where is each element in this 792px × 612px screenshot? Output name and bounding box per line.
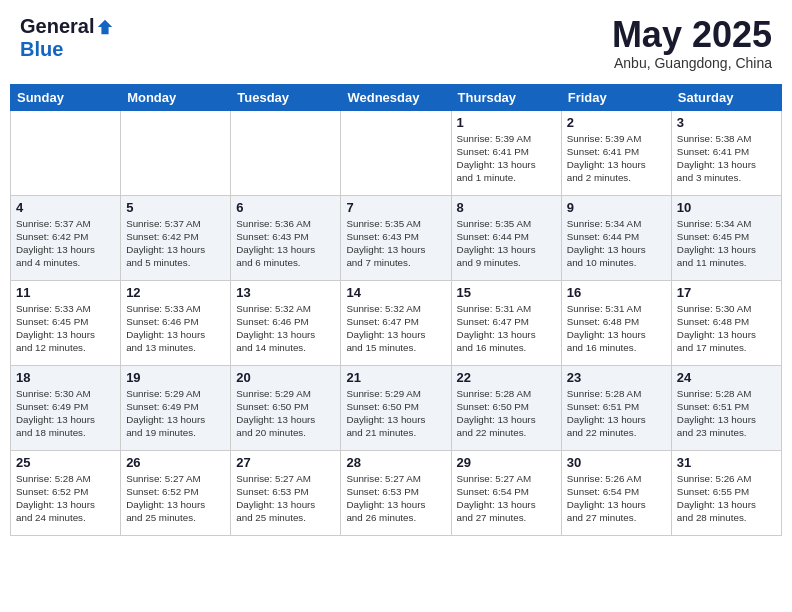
day-number: 31 <box>677 455 776 470</box>
calendar-day-cell: 27Sunrise: 5:27 AM Sunset: 6:53 PM Dayli… <box>231 450 341 535</box>
logo: General Blue <box>20 15 114 61</box>
calendar-day-cell: 25Sunrise: 5:28 AM Sunset: 6:52 PM Dayli… <box>11 450 121 535</box>
title-section: May 2025 Anbu, Guangdong, China <box>612 15 772 71</box>
day-info: Sunrise: 5:37 AM Sunset: 6:42 PM Dayligh… <box>126 217 225 270</box>
weekday-header: Tuesday <box>231 84 341 110</box>
calendar-day-cell: 14Sunrise: 5:32 AM Sunset: 6:47 PM Dayli… <box>341 280 451 365</box>
day-info: Sunrise: 5:26 AM Sunset: 6:55 PM Dayligh… <box>677 472 776 525</box>
calendar-week-row: 18Sunrise: 5:30 AM Sunset: 6:49 PM Dayli… <box>11 365 782 450</box>
logo-general-text: General <box>20 15 94 38</box>
day-number: 16 <box>567 285 666 300</box>
calendar-day-cell: 24Sunrise: 5:28 AM Sunset: 6:51 PM Dayli… <box>671 365 781 450</box>
calendar-day-cell: 30Sunrise: 5:26 AM Sunset: 6:54 PM Dayli… <box>561 450 671 535</box>
calendar-day-cell: 11Sunrise: 5:33 AM Sunset: 6:45 PM Dayli… <box>11 280 121 365</box>
day-number: 13 <box>236 285 335 300</box>
logo-blue-text: Blue <box>20 38 63 61</box>
day-info: Sunrise: 5:34 AM Sunset: 6:45 PM Dayligh… <box>677 217 776 270</box>
calendar-day-cell: 9Sunrise: 5:34 AM Sunset: 6:44 PM Daylig… <box>561 195 671 280</box>
month-title: May 2025 <box>612 15 772 55</box>
calendar-day-cell: 31Sunrise: 5:26 AM Sunset: 6:55 PM Dayli… <box>671 450 781 535</box>
weekday-header: Friday <box>561 84 671 110</box>
calendar-week-row: 4Sunrise: 5:37 AM Sunset: 6:42 PM Daylig… <box>11 195 782 280</box>
calendar-day-cell: 12Sunrise: 5:33 AM Sunset: 6:46 PM Dayli… <box>121 280 231 365</box>
day-info: Sunrise: 5:34 AM Sunset: 6:44 PM Dayligh… <box>567 217 666 270</box>
day-info: Sunrise: 5:29 AM Sunset: 6:49 PM Dayligh… <box>126 387 225 440</box>
calendar-day-cell: 19Sunrise: 5:29 AM Sunset: 6:49 PM Dayli… <box>121 365 231 450</box>
calendar-day-cell <box>121 110 231 195</box>
day-number: 18 <box>16 370 115 385</box>
calendar-day-cell: 22Sunrise: 5:28 AM Sunset: 6:50 PM Dayli… <box>451 365 561 450</box>
calendar-day-cell: 16Sunrise: 5:31 AM Sunset: 6:48 PM Dayli… <box>561 280 671 365</box>
calendar-day-cell: 29Sunrise: 5:27 AM Sunset: 6:54 PM Dayli… <box>451 450 561 535</box>
day-number: 19 <box>126 370 225 385</box>
day-info: Sunrise: 5:33 AM Sunset: 6:46 PM Dayligh… <box>126 302 225 355</box>
day-info: Sunrise: 5:39 AM Sunset: 6:41 PM Dayligh… <box>457 132 556 185</box>
day-info: Sunrise: 5:39 AM Sunset: 6:41 PM Dayligh… <box>567 132 666 185</box>
day-number: 21 <box>346 370 445 385</box>
day-number: 29 <box>457 455 556 470</box>
day-number: 26 <box>126 455 225 470</box>
day-number: 1 <box>457 115 556 130</box>
day-number: 14 <box>346 285 445 300</box>
calendar-day-cell: 15Sunrise: 5:31 AM Sunset: 6:47 PM Dayli… <box>451 280 561 365</box>
calendar-week-row: 11Sunrise: 5:33 AM Sunset: 6:45 PM Dayli… <box>11 280 782 365</box>
day-info: Sunrise: 5:28 AM Sunset: 6:51 PM Dayligh… <box>567 387 666 440</box>
calendar-week-row: 1Sunrise: 5:39 AM Sunset: 6:41 PM Daylig… <box>11 110 782 195</box>
day-info: Sunrise: 5:38 AM Sunset: 6:41 PM Dayligh… <box>677 132 776 185</box>
location: Anbu, Guangdong, China <box>612 55 772 71</box>
day-info: Sunrise: 5:31 AM Sunset: 6:48 PM Dayligh… <box>567 302 666 355</box>
day-number: 5 <box>126 200 225 215</box>
calendar-day-cell: 10Sunrise: 5:34 AM Sunset: 6:45 PM Dayli… <box>671 195 781 280</box>
calendar-day-cell: 1Sunrise: 5:39 AM Sunset: 6:41 PM Daylig… <box>451 110 561 195</box>
day-number: 23 <box>567 370 666 385</box>
page-header: General Blue May 2025 Anbu, Guangdong, C… <box>10 10 782 76</box>
calendar-header-row: SundayMondayTuesdayWednesdayThursdayFrid… <box>11 84 782 110</box>
day-number: 12 <box>126 285 225 300</box>
weekday-header: Wednesday <box>341 84 451 110</box>
day-number: 2 <box>567 115 666 130</box>
day-info: Sunrise: 5:26 AM Sunset: 6:54 PM Dayligh… <box>567 472 666 525</box>
logo-icon <box>96 18 114 36</box>
day-number: 22 <box>457 370 556 385</box>
calendar-day-cell: 6Sunrise: 5:36 AM Sunset: 6:43 PM Daylig… <box>231 195 341 280</box>
day-info: Sunrise: 5:29 AM Sunset: 6:50 PM Dayligh… <box>346 387 445 440</box>
calendar-day-cell: 23Sunrise: 5:28 AM Sunset: 6:51 PM Dayli… <box>561 365 671 450</box>
calendar-day-cell: 18Sunrise: 5:30 AM Sunset: 6:49 PM Dayli… <box>11 365 121 450</box>
day-number: 17 <box>677 285 776 300</box>
day-info: Sunrise: 5:36 AM Sunset: 6:43 PM Dayligh… <box>236 217 335 270</box>
calendar-day-cell: 17Sunrise: 5:30 AM Sunset: 6:48 PM Dayli… <box>671 280 781 365</box>
calendar-week-row: 25Sunrise: 5:28 AM Sunset: 6:52 PM Dayli… <box>11 450 782 535</box>
day-info: Sunrise: 5:27 AM Sunset: 6:53 PM Dayligh… <box>346 472 445 525</box>
day-number: 3 <box>677 115 776 130</box>
calendar-table: SundayMondayTuesdayWednesdayThursdayFrid… <box>10 84 782 536</box>
calendar-day-cell: 8Sunrise: 5:35 AM Sunset: 6:44 PM Daylig… <box>451 195 561 280</box>
weekday-header: Saturday <box>671 84 781 110</box>
weekday-header: Thursday <box>451 84 561 110</box>
day-info: Sunrise: 5:30 AM Sunset: 6:49 PM Dayligh… <box>16 387 115 440</box>
weekday-header: Monday <box>121 84 231 110</box>
day-number: 28 <box>346 455 445 470</box>
day-info: Sunrise: 5:31 AM Sunset: 6:47 PM Dayligh… <box>457 302 556 355</box>
day-info: Sunrise: 5:32 AM Sunset: 6:46 PM Dayligh… <box>236 302 335 355</box>
day-info: Sunrise: 5:28 AM Sunset: 6:50 PM Dayligh… <box>457 387 556 440</box>
calendar-day-cell: 4Sunrise: 5:37 AM Sunset: 6:42 PM Daylig… <box>11 195 121 280</box>
day-info: Sunrise: 5:27 AM Sunset: 6:53 PM Dayligh… <box>236 472 335 525</box>
day-number: 10 <box>677 200 776 215</box>
calendar-day-cell: 2Sunrise: 5:39 AM Sunset: 6:41 PM Daylig… <box>561 110 671 195</box>
calendar-day-cell <box>341 110 451 195</box>
day-info: Sunrise: 5:28 AM Sunset: 6:52 PM Dayligh… <box>16 472 115 525</box>
calendar-day-cell: 3Sunrise: 5:38 AM Sunset: 6:41 PM Daylig… <box>671 110 781 195</box>
svg-marker-0 <box>98 19 112 33</box>
day-info: Sunrise: 5:32 AM Sunset: 6:47 PM Dayligh… <box>346 302 445 355</box>
day-number: 11 <box>16 285 115 300</box>
day-info: Sunrise: 5:35 AM Sunset: 6:43 PM Dayligh… <box>346 217 445 270</box>
day-info: Sunrise: 5:29 AM Sunset: 6:50 PM Dayligh… <box>236 387 335 440</box>
day-number: 7 <box>346 200 445 215</box>
day-number: 9 <box>567 200 666 215</box>
day-number: 15 <box>457 285 556 300</box>
calendar-day-cell <box>231 110 341 195</box>
day-number: 6 <box>236 200 335 215</box>
calendar-day-cell: 20Sunrise: 5:29 AM Sunset: 6:50 PM Dayli… <box>231 365 341 450</box>
calendar-day-cell: 5Sunrise: 5:37 AM Sunset: 6:42 PM Daylig… <box>121 195 231 280</box>
day-number: 24 <box>677 370 776 385</box>
